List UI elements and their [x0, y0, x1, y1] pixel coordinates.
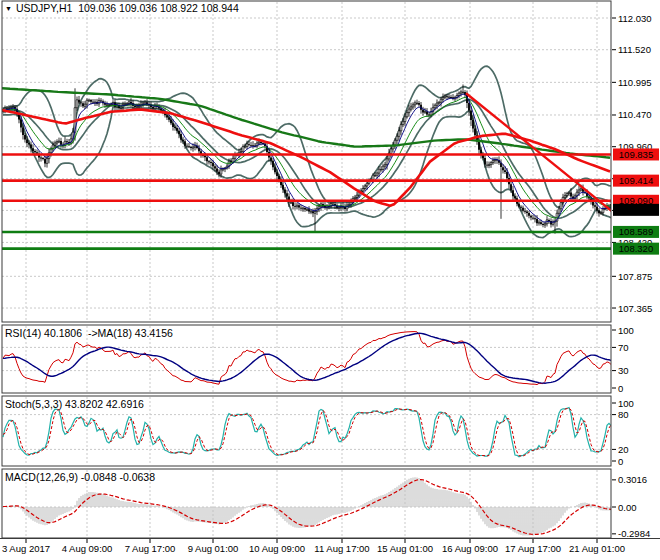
price-badge-label: 108.589	[619, 226, 653, 237]
stoch-axis-label: 20	[618, 444, 629, 455]
chart-window: 112.030111.520110.995110.470109.960109.4…	[0, 0, 660, 560]
descending-trendline	[466, 93, 612, 211]
stoch-axis-label: 100	[618, 398, 634, 409]
time-axis-label: 21 Aug 01:00	[569, 543, 625, 554]
macd-axis-label: 0.00	[618, 502, 637, 513]
price-badge-label: 108.320	[619, 243, 653, 254]
rsi-panel-layer	[3, 332, 611, 385]
chart-canvas[interactable]: 112.030111.520110.995110.470109.960109.4…	[0, 0, 660, 560]
stoch-d-line	[3, 408, 611, 456]
price-badge-label: 109.835	[619, 149, 653, 160]
stoch-axis-label: 80	[618, 409, 629, 420]
rsi-axis-label: 0	[618, 383, 623, 394]
macd-axis-label: 0.3016	[618, 474, 647, 485]
macd-panel-layer	[3, 477, 611, 535]
rsi-axis-label: 70	[618, 342, 629, 353]
time-axis-label: 10 Aug 09:00	[249, 543, 305, 554]
price-badge-label: 109.414	[619, 175, 653, 186]
time-axis-label: 11 Aug 17:00	[314, 543, 369, 554]
bollinger-lower	[3, 107, 611, 238]
time-axis-label: 16 Aug 09:00	[442, 543, 498, 554]
main-panel-layer	[2, 66, 612, 237]
price-axis-label: 111.520	[618, 44, 651, 55]
price-axis-label: 107.365	[618, 303, 652, 314]
price-axis-label: 107.875	[618, 271, 652, 282]
price-axis-label: 110.470	[618, 109, 652, 120]
rsi-ma-line	[3, 333, 611, 383]
panel-frames	[2, 1, 611, 538]
time-axis-label: 4 Aug 09:00	[62, 543, 113, 554]
time-axis-label: 15 Aug 01:00	[377, 543, 433, 554]
time-axis[interactable]: 3 Aug 20174 Aug 09:007 Aug 17:009 Aug 01…	[0, 539, 660, 555]
time-axis-label: 17 Aug 17:00	[505, 543, 561, 554]
macd-axis-label: -0.2984	[618, 528, 650, 539]
price-badge-label: 108.944	[619, 204, 653, 215]
rsi-axis-label: 100	[618, 325, 634, 336]
macd-histogram	[3, 477, 611, 535]
rsi-line	[3, 332, 611, 385]
rsi-axis-label: 30	[618, 365, 629, 376]
time-axis-label: 7 Aug 17:00	[125, 543, 176, 554]
price-axis[interactable]: 112.030111.520110.995110.470109.960109.4…	[612, 13, 652, 540]
time-axis-label: 9 Aug 01:00	[188, 543, 239, 554]
stoch-axis-label: 0	[618, 456, 623, 467]
time-axis-label: 3 Aug 2017	[2, 543, 50, 554]
price-axis-label: 110.995	[618, 77, 652, 88]
price-axis-label: 112.030	[618, 13, 652, 24]
